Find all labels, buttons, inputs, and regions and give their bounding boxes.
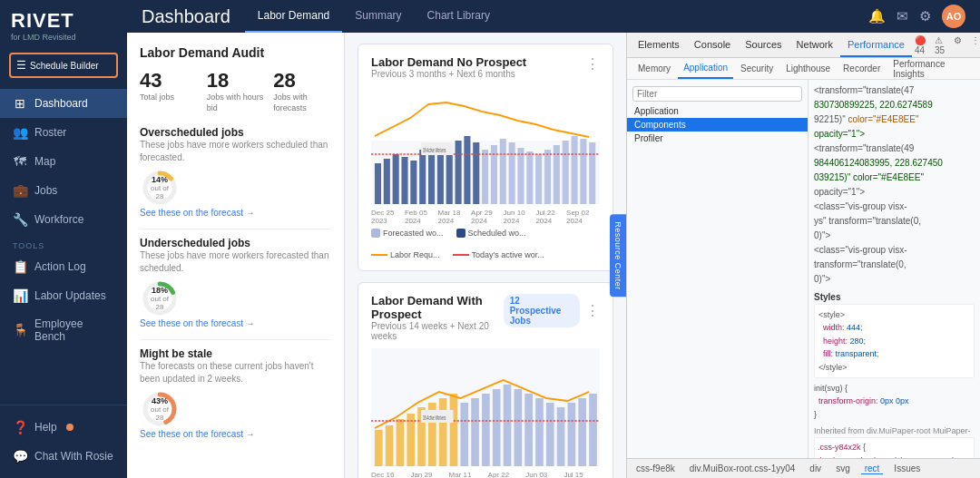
sidebar-item-chat-rosie[interactable]: 💬 Chat With Rosie	[0, 442, 127, 471]
svg-rect-15	[446, 148, 453, 204]
devtools-more-icon[interactable]: ⋮	[968, 35, 980, 55]
sidebar-item-label: Help	[34, 421, 57, 434]
devtools-settings-icon[interactable]: ⚙	[951, 35, 965, 55]
devtools-styles-title: Styles	[814, 292, 975, 302]
devtools-list-application[interactable]: Application	[627, 104, 808, 118]
svg-rect-18	[473, 142, 479, 204]
sidebar-item-roster[interactable]: 👥 Roster	[0, 118, 127, 147]
devtools-bottom-div[interactable]: div	[806, 463, 825, 473]
stale-title: Might be stale	[140, 347, 331, 360]
devtools-tab-sources[interactable]: Sources	[738, 33, 789, 57]
devtools-bottom-css[interactable]: css-f9e8k	[632, 463, 679, 473]
devtools-bottom-issues[interactable]: Issues	[890, 463, 924, 473]
chat-icon: 💬	[13, 449, 27, 463]
stat-forecasts: 28 Jobs with forecasts	[273, 69, 331, 113]
sidebar-item-label: Workforce	[34, 213, 83, 226]
svg-rect-12	[419, 150, 426, 204]
devtools-tab-network[interactable]: Network	[789, 33, 840, 57]
stat-label-hours: Jobs with hours bid	[207, 93, 265, 113]
main: Dashboard Labor Demand Summary Chart Lib…	[127, 0, 980, 478]
devtools-subtab-perf-insights[interactable]: Performance Insights	[887, 58, 975, 79]
chart-menu-icon-1[interactable]: ⋮	[585, 55, 600, 73]
chart-sub-2: Previous 14 weeks + Next 20 weeks	[371, 321, 504, 341]
topnav-tabs: Labor Demand Summary Chart Library	[245, 0, 503, 33]
devtools-subtab-lighthouse[interactable]: Lighthouse	[780, 58, 836, 79]
stale-link[interactable]: See these on the forecast →	[140, 429, 331, 439]
code-line: 984406124083995, 228.627450	[814, 156, 975, 171]
legend-scheduled-1: Scheduled wo...	[456, 229, 526, 238]
devtools-subtab-security[interactable]: Security	[735, 58, 779, 79]
devtools-subtab-recorder[interactable]: Recorder	[838, 58, 886, 79]
chart-header-2: Labor Demand With Prospect Previous 14 w…	[371, 294, 600, 346]
devtools-bottom-bar: css-f9e8k div.MuiBox-root.css-1yy04 div …	[627, 458, 980, 478]
devtools-subtab-application[interactable]: Application	[678, 58, 733, 79]
stale-desc: The forecasts on these current jobs have…	[140, 360, 331, 385]
chart-sub-1: Previous 3 months + Next 6 months	[371, 69, 526, 79]
svg-rect-53	[557, 407, 565, 466]
svg-rect-25	[535, 154, 542, 204]
svg-rect-48	[504, 385, 512, 466]
code-style-line: height: 280;	[818, 335, 970, 347]
donut-label-over: 14% out of 28	[150, 175, 170, 200]
topnav: Dashboard Labor Demand Summary Chart Lib…	[127, 0, 980, 33]
devtools-bottom-rect[interactable]: rect	[861, 463, 884, 474]
audit-underscheduled: Underscheduled jobs These jobs have more…	[140, 237, 331, 328]
stat-label-total: Total jobs	[140, 93, 198, 103]
chart-area-1: 39 Active Workers Dec 25 2023 Feb 05 202…	[371, 86, 600, 225]
devtools-code-block: <transform="translate(47 830730899225, 2…	[814, 83, 975, 287]
chart-area-2: 39 Active Workers Dec 16 2023 Jan 29 202…	[371, 348, 600, 478]
svg-rect-23	[517, 148, 524, 204]
sidebar-item-workforce[interactable]: 🔧 Workforce	[0, 205, 127, 234]
sidebar-item-map[interactable]: 🗺 Map	[0, 147, 127, 176]
devtools-tab-console[interactable]: Console	[687, 33, 738, 57]
code-line: 039215)" color="#E4E8EE"	[814, 171, 975, 185]
svg-rect-31	[589, 142, 595, 204]
devtools-tab-elements[interactable]: Elements	[631, 33, 687, 57]
chart-menu-icon-2[interactable]: ⋮	[585, 302, 600, 319]
underscheduled-link[interactable]: See these on the forecast →	[140, 318, 331, 328]
tab-labor-demand[interactable]: Labor Demand	[245, 0, 342, 33]
action-log-icon: 📋	[13, 259, 27, 274]
devtools-tab-performance[interactable]: Performance	[840, 33, 912, 57]
employee-bench-icon: 🪑	[13, 323, 27, 337]
svg-rect-28	[563, 141, 569, 204]
svg-rect-9	[393, 154, 399, 204]
sidebar-item-dashboard[interactable]: ⊞ Dashboard	[0, 89, 127, 118]
sidebar-item-labor-updates[interactable]: 📊 Labor Updates	[0, 281, 127, 310]
devtools-bottom-svg[interactable]: svg	[832, 463, 854, 473]
chart-title-1: Labor Demand No Prospect	[371, 55, 526, 69]
devtools-subtabs: Memory Application Security Lighthouse R…	[627, 58, 980, 80]
tab-summary[interactable]: Summary	[342, 0, 414, 33]
devtools-list-components[interactable]: Components	[627, 118, 808, 132]
svg-rect-56	[589, 394, 597, 466]
schedule-builder-button[interactable]: ☰ Schedule Builder	[9, 53, 118, 78]
sidebar-item-help[interactable]: ❓ Help	[0, 413, 127, 442]
sidebar-item-jobs[interactable]: 💼 Jobs	[0, 176, 127, 205]
devtools-filter-input[interactable]	[632, 86, 802, 102]
svg-text:39 Active Workers: 39 Active Workers	[423, 414, 446, 421]
legend-forecasted-1: Forecasted wo...	[371, 229, 444, 238]
bell-icon[interactable]: 🔔	[868, 8, 886, 24]
sidebar-item-label: Chat With Rosie	[34, 450, 113, 463]
devtools-right-panel: <transform="translate(47 830730899225, 2…	[808, 80, 980, 458]
devtools-subtab-memory[interactable]: Memory	[632, 58, 676, 79]
sidebar-item-action-log[interactable]: 📋 Action Log	[0, 252, 127, 281]
svg-rect-47	[493, 389, 501, 466]
avatar[interactable]: AO	[942, 5, 965, 28]
chart-badge-area: 12 Prospective Jobs ⋮	[504, 294, 600, 327]
prospect-badge: 12 Prospective Jobs	[504, 294, 580, 327]
devtools-list-profiler[interactable]: Profiler	[627, 132, 808, 145]
sidebar-item-employee-bench[interactable]: 🪑 Employee Bench	[0, 310, 127, 350]
resource-center-button[interactable]: Resource Center	[610, 214, 626, 298]
tab-chart-library[interactable]: Chart Library	[415, 0, 503, 33]
svg-rect-10	[401, 157, 407, 204]
devtools-transform-block: init(svg) { transform-origin: 0px 0px }	[814, 382, 975, 421]
svg-rect-21	[500, 139, 506, 204]
devtools-bottom-muibox[interactable]: div.MuiBox-root.css-1yy04	[686, 463, 799, 473]
svg-rect-36	[375, 430, 383, 466]
mail-icon[interactable]: ✉	[897, 8, 908, 24]
code-line: <transform="translate(49	[814, 141, 975, 156]
legend-color-today-1	[453, 254, 469, 256]
gear-icon[interactable]: ⚙	[919, 8, 931, 24]
overscheduled-link[interactable]: See these on the forecast →	[140, 208, 331, 218]
